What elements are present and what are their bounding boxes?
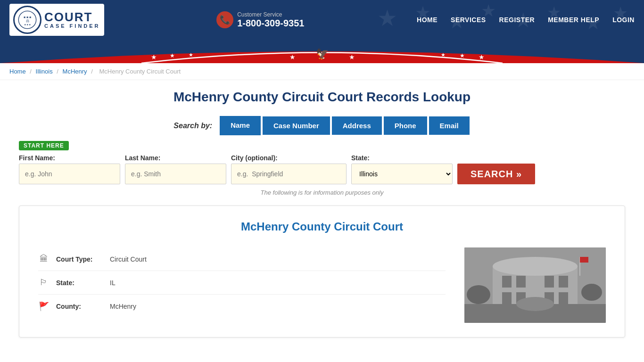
svg-text:★ ★ ★: ★ ★ ★ <box>24 24 32 26</box>
phone-icon: 📞 <box>216 11 233 28</box>
court-type-icon: 🏛 <box>38 254 50 264</box>
state-select[interactable]: Illinois Alabama Alaska Arizona Arkansas… <box>351 164 453 184</box>
city-label: City (optional): <box>231 154 347 162</box>
logo-emblem: ★★★ ⚖ ★ ★ ★ <box>13 6 41 34</box>
svg-rect-30 <box>559 276 568 288</box>
nav-register[interactable]: REGISTER <box>499 16 535 24</box>
svg-rect-31 <box>502 292 512 304</box>
svg-text:★: ★ <box>289 53 296 61</box>
county-icon: 🚩 <box>38 301 50 312</box>
start-here-badge: START HERE <box>19 141 69 150</box>
court-building-image <box>464 247 606 323</box>
nav-services[interactable]: SERVICES <box>451 16 486 24</box>
tab-email[interactable]: Email <box>429 116 470 135</box>
first-name-input[interactable] <box>19 164 120 184</box>
tab-phone[interactable]: Phone <box>384 116 427 135</box>
svg-rect-37 <box>580 257 588 263</box>
svg-point-26 <box>493 257 578 276</box>
county-value: McHenry <box>110 303 136 310</box>
state-row: 🏳 State: IL <box>38 271 446 295</box>
court-card: McHenry County Circuit Court 🏛 Court Typ… <box>19 206 625 337</box>
court-type-row: 🏛 Court Type: Circuit Court <box>38 247 446 271</box>
state-icon: 🏳 <box>38 278 50 288</box>
svg-point-23 <box>467 285 490 304</box>
svg-text:🦅: 🦅 <box>316 48 329 60</box>
info-note: The following is for information purpose… <box>19 189 625 196</box>
state-value: IL <box>110 279 116 287</box>
site-logo[interactable]: ★★★ ⚖ ★ ★ ★ COURT CASE FINDER <box>9 4 104 36</box>
nav-member-help[interactable]: MEMBER HELP <box>548 16 599 24</box>
search-by-label: Search by: <box>173 122 212 130</box>
court-info-details: 🏛 Court Type: Circuit Court 🏳 State: IL … <box>38 247 446 318</box>
nav-login[interactable]: LOGIN <box>612 16 635 24</box>
breadcrumb-mchenry[interactable]: McHenry <box>63 68 87 75</box>
svg-rect-34 <box>559 292 568 304</box>
search-by-row: Search by: Name Case Number Address Phon… <box>19 116 625 135</box>
svg-point-24 <box>581 284 602 301</box>
main-nav: HOME SERVICES REGISTER MEMBER HELP LOGIN <box>417 16 635 24</box>
state-label: State: <box>351 154 453 162</box>
svg-text:★: ★ <box>460 52 465 59</box>
city-input[interactable] <box>231 164 347 184</box>
breadcrumb-illinois[interactable]: Illinois <box>36 68 53 75</box>
svg-rect-28 <box>516 276 526 288</box>
search-form: First Name: Last Name: City (optional): … <box>19 154 625 184</box>
svg-rect-29 <box>545 276 554 288</box>
breadcrumb: Home / Illinois / McHenry / McHenry Coun… <box>0 63 644 80</box>
logo-case-finder-text: CASE FINDER <box>44 23 100 29</box>
nav-home[interactable]: HOME <box>417 16 438 24</box>
search-button[interactable]: SEARCH » <box>457 164 535 184</box>
county-label: County: <box>56 303 103 310</box>
logo-court-text: COURT <box>44 11 100 23</box>
svg-text:★: ★ <box>151 53 157 61</box>
svg-text:★: ★ <box>349 53 355 61</box>
court-card-title: McHenry County Circuit Court <box>38 220 606 233</box>
tab-name[interactable]: Name <box>220 116 261 135</box>
cs-label: Customer Service <box>237 11 304 18</box>
state-label-field: State: <box>56 279 103 287</box>
svg-point-39 <box>516 297 554 311</box>
last-name-label: Last Name: <box>125 154 226 162</box>
svg-text:★: ★ <box>441 52 446 58</box>
first-name-label: First Name: <box>19 154 120 162</box>
site-header: ★ ★ ★ ★ ★ ★ ★ ★ ★★★ ⚖ ★ ★ ★ COURT CASE F… <box>0 0 644 40</box>
svg-text:★: ★ <box>189 52 193 58</box>
svg-text:★: ★ <box>377 6 397 31</box>
court-type-label: Court Type: <box>56 255 103 263</box>
page-title: McHenry County Circuit Court Records Loo… <box>19 90 625 105</box>
court-type-value: Circuit Court <box>110 255 147 263</box>
cs-phone: 1-800-309-9351 <box>237 18 304 29</box>
breadcrumb-current: McHenry County Circuit Court <box>99 68 181 75</box>
svg-rect-27 <box>502 276 512 288</box>
county-row: 🚩 County: McHenry <box>38 295 446 318</box>
last-name-input[interactable] <box>125 164 226 184</box>
tab-case-number[interactable]: Case Number <box>263 116 330 135</box>
customer-service-block: 📞 Customer Service 1-800-309-9351 <box>216 11 304 29</box>
svg-text:⚖: ⚖ <box>26 19 29 23</box>
breadcrumb-home[interactable]: Home <box>9 68 26 75</box>
svg-text:★★★: ★★★ <box>23 16 32 19</box>
tab-address[interactable]: Address <box>332 116 382 135</box>
svg-text:★: ★ <box>170 52 175 59</box>
svg-text:★: ★ <box>479 53 485 61</box>
